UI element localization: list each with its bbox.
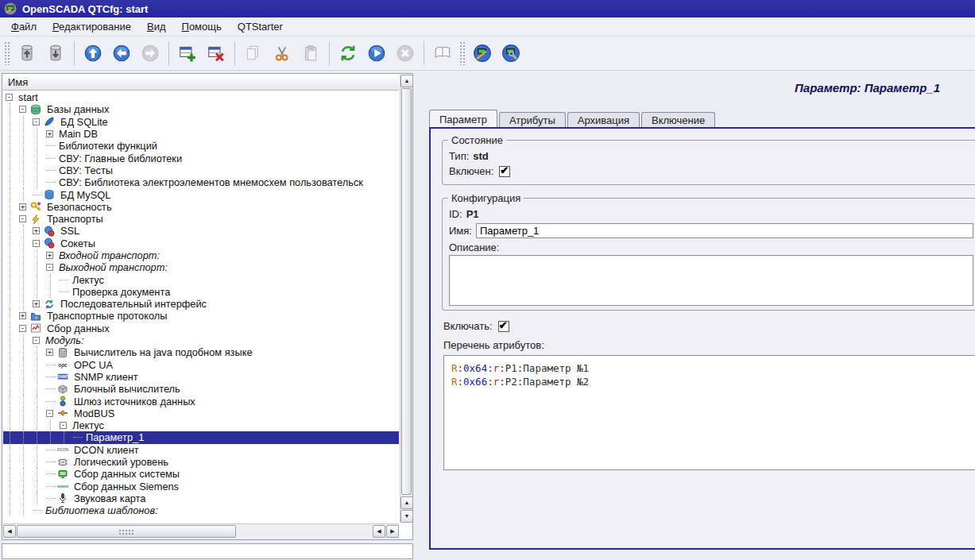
- tree-item-вычислитель-на-java-подобном-языке[interactable]: +Вычислитель на java подобном языке: [3, 346, 399, 358]
- collapse-expander-icon[interactable]: -: [17, 103, 30, 115]
- tree-horizontal-scrollbar[interactable]: ◀ ◀ ▶: [3, 523, 399, 539]
- include-checkbox[interactable]: [498, 321, 509, 332]
- attribute-list[interactable]: R:0x64:r:P1:Параметр №1R:0x66:r:P2:Парам…: [443, 355, 975, 470]
- collapse-expander-icon[interactable]: -: [17, 213, 30, 225]
- expand-expander-icon[interactable]: +: [44, 249, 57, 261]
- tree-item-сбор-данных[interactable]: -Сбор данных: [3, 322, 399, 334]
- tab-атрибуты[interactable]: Атрибуты: [499, 112, 566, 127]
- tree-item-бд-sqlite[interactable]: -БД SQLite: [3, 116, 399, 128]
- tree-item-последовательный-интерфейс[interactable]: +Последовательный интерфейс: [3, 298, 399, 310]
- tree-item-параметр-1[interactable]: Параметр_1: [3, 431, 399, 443]
- tree-item-библиотеки-функций[interactable]: Библиотеки функций: [3, 140, 399, 152]
- tree-item-snmp-клиент[interactable]: SNMPSNMP клиент: [3, 371, 399, 383]
- scroll-left-button-2[interactable]: ◀: [373, 525, 385, 538]
- name-input[interactable]: [476, 223, 973, 238]
- scroll-down-button[interactable]: ▼: [400, 510, 413, 523]
- tree-guide-line: [3, 176, 17, 188]
- expand-expander-icon[interactable]: +: [44, 346, 57, 358]
- tab-включение[interactable]: Включение: [641, 112, 715, 127]
- back-button[interactable]: [107, 40, 136, 67]
- collapse-expander-icon[interactable]: -: [3, 91, 17, 103]
- scroll-left-button[interactable]: ◀: [3, 525, 16, 538]
- tree-item-выходной-транспорт-[interactable]: -Выходной транспорт:: [3, 261, 399, 273]
- tree-item-блочный-вычислитель[interactable]: Блочный вычислитель: [3, 383, 399, 395]
- toolbar-handle[interactable]: [4, 41, 10, 65]
- tree-item-транспортные-протоколы[interactable]: +Транспортные протоколы: [3, 310, 399, 322]
- load-from-db-button[interactable]: [13, 40, 41, 67]
- tree-item-библиотека-шаблонов-[interactable]: Библиотека шаблонов:: [3, 504, 399, 516]
- tree-item-шлюз-источников-данных[interactable]: Шлюз источников данных: [3, 395, 399, 407]
- description-textarea[interactable]: [449, 255, 973, 306]
- collapse-expander-icon[interactable]: -: [17, 322, 30, 334]
- save-to-db-button[interactable]: [41, 40, 70, 67]
- tab-параметр[interactable]: Параметр: [429, 110, 497, 127]
- collapse-expander-icon[interactable]: -: [57, 419, 71, 431]
- tree-item-лектус[interactable]: Лектус: [3, 273, 399, 285]
- tree-column-header[interactable]: Имя: [3, 75, 399, 91]
- tree-item-сву-тесты[interactable]: СВУ: Тесты: [3, 164, 399, 176]
- collapse-expander-icon[interactable]: -: [30, 116, 44, 128]
- collapse-expander-icon[interactable]: -: [30, 238, 44, 249]
- tree-item-безопасность[interactable]: +Безопасность: [3, 201, 399, 213]
- refresh-button[interactable]: [334, 40, 362, 67]
- scroll-up-button-2[interactable]: ▲: [400, 496, 413, 509]
- tree-item-лектус[interactable]: -Лектус: [3, 419, 399, 431]
- tree-item-сву-библиотека-электроэлементов-мнемосхем-пользовательск[interactable]: СВУ: Библиотека электроэлементов мнемосх…: [3, 176, 399, 188]
- tree-item-модуль-[interactable]: -Модуль:: [3, 334, 399, 346]
- menu-item-вид[interactable]: Вид: [139, 18, 174, 35]
- tree-item-modbus[interactable]: -ModBUS: [3, 407, 399, 419]
- tree-item-звуковая-карта[interactable]: Звуковая карта: [3, 492, 399, 504]
- menu-item-помощь[interactable]: Помощь: [174, 18, 230, 35]
- enabled-checkbox[interactable]: [499, 166, 510, 177]
- tab-архивация[interactable]: Архивация: [567, 112, 640, 127]
- tree-item-проверка-документа[interactable]: Проверка документа: [3, 286, 399, 298]
- config-group-legend: Конфигурация: [448, 192, 524, 204]
- expand-expander-icon[interactable]: +: [30, 225, 44, 237]
- expand-expander-icon[interactable]: +: [17, 310, 30, 322]
- collapse-expander-icon[interactable]: -: [44, 407, 57, 419]
- tree-guide-line: [17, 492, 30, 504]
- tree-item-start[interactable]: -start: [3, 91, 399, 103]
- tree-item-сбор-данных-системы[interactable]: Сбор данных системы: [3, 468, 399, 480]
- tree-item-main-db[interactable]: +Main DB: [3, 128, 399, 140]
- scroll-up-button[interactable]: ▲: [400, 75, 413, 87]
- delete-item-button[interactable]: [202, 40, 230, 67]
- tree-guide-line: [17, 286, 30, 298]
- cut-button[interactable]: [268, 40, 296, 67]
- tree-item-opc-ua[interactable]: opcOPC UA: [3, 359, 399, 371]
- expand-expander-icon[interactable]: +: [30, 298, 44, 310]
- expand-expander-icon[interactable]: +: [44, 128, 57, 140]
- collapse-expander-icon[interactable]: -: [30, 334, 44, 346]
- collapse-expander-icon[interactable]: -: [44, 261, 57, 273]
- tree-item-логический-уровень[interactable]: Логический уровень: [3, 456, 399, 468]
- manual-button[interactable]: [428, 40, 457, 67]
- tree-item-входной-транспорт-[interactable]: +Входной транспорт:: [3, 249, 399, 261]
- tree-item-бд-mysql[interactable]: БД MySQL: [3, 188, 399, 200]
- tree-item-dcon-клиент[interactable]: DCONDCON клиент: [3, 444, 399, 456]
- toolbar-handle[interactable]: [459, 41, 466, 65]
- menu-item-редактирование[interactable]: Редактирование: [44, 18, 139, 35]
- tree-item-транспорты[interactable]: -Транспорты: [3, 213, 399, 225]
- scroll-right-button[interactable]: ▶: [386, 525, 399, 538]
- tree-item-сокеты[interactable]: -Сокеты: [3, 238, 399, 249]
- tree-item-label: Звуковая карта: [72, 492, 147, 504]
- menu-item-qtstarter[interactable]: QTStarter: [230, 18, 291, 35]
- menu-item-файл[interactable]: Файл: [3, 18, 44, 35]
- vertical-scroll-handle[interactable]: [401, 88, 412, 495]
- tree-vertical-scrollbar[interactable]: ▲ ▲ ▼: [400, 75, 412, 523]
- tree-item-базы-данных[interactable]: -Базы данных: [3, 103, 399, 115]
- qtstarter-config-button[interactable]: [468, 40, 497, 67]
- add-item-button[interactable]: [173, 40, 202, 67]
- tree-item-сбор-данных-siemens[interactable]: SIEMENSСбор данных Siemens: [3, 481, 399, 492]
- expand-expander-icon[interactable]: +: [17, 201, 30, 213]
- horizontal-scroll-handle[interactable]: [17, 525, 236, 538]
- paste-icon: [301, 44, 320, 63]
- title-bar[interactable]: OpenSCADA QTCfg: start: [0, 0, 975, 17]
- tree-item-ssl[interactable]: +SSL: [3, 225, 399, 237]
- qtstarter-tools-button[interactable]: [497, 40, 525, 67]
- tree-item-сву-главные-библиотеки[interactable]: СВУ: Главные библиотеки: [3, 152, 399, 164]
- up-button[interactable]: [79, 40, 107, 67]
- start-button[interactable]: [362, 40, 391, 67]
- tree-guide-line: [17, 188, 30, 200]
- tree-view[interactable]: -start-Базы данных-БД SQLite+Main DBБибл…: [3, 91, 399, 523]
